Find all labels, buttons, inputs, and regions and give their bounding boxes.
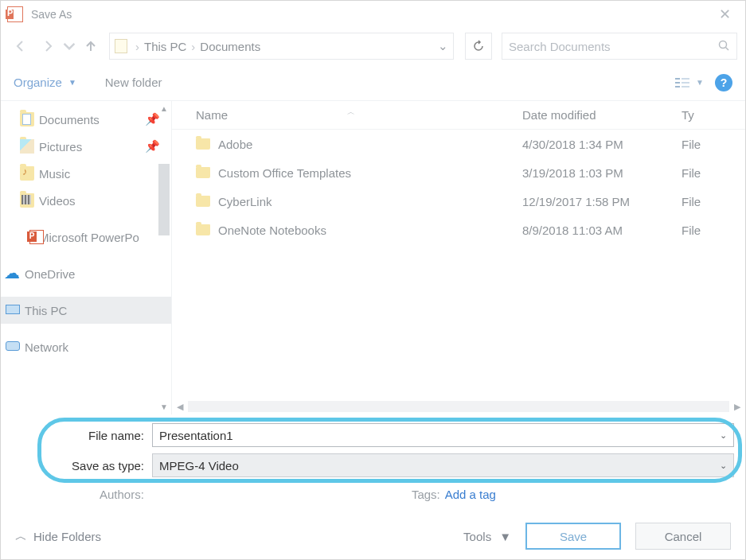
- back-button[interactable]: [9, 34, 33, 58]
- powerpoint-icon: [29, 230, 44, 244]
- file-row[interactable]: OneNote Notebooks 8/9/2018 11:03 AM File: [172, 216, 745, 244]
- save-as-dialog: Save As ✕ › This PC › Documents ⌄ Search…: [0, 0, 746, 560]
- column-header-date[interactable]: Date modified: [522, 108, 682, 122]
- filename-input[interactable]: Presentation1 ⌄: [152, 423, 734, 447]
- documents-folder-icon: [20, 112, 34, 126]
- sidebar-item-thispc[interactable]: This PC: [1, 297, 171, 324]
- close-icon[interactable]: ✕: [711, 2, 739, 26]
- tools-dropdown[interactable]: Tools ▼: [463, 530, 511, 543]
- sidebar: Documents 📌 Pictures 📌 Music Videos Micr…: [1, 101, 171, 414]
- breadcrumb-root[interactable]: This PC: [141, 40, 189, 53]
- sidebar-item-label: OneDrive: [25, 267, 75, 281]
- file-row[interactable]: Custom Office Templates 3/19/2018 1:03 P…: [172, 158, 745, 187]
- this-pc-icon: [6, 303, 20, 317]
- scroll-down-icon[interactable]: ▼: [160, 399, 168, 414]
- recent-dropdown-icon[interactable]: [63, 34, 76, 58]
- refresh-button[interactable]: [465, 33, 492, 60]
- svg-rect-7: [682, 86, 689, 88]
- folder-icon: [196, 167, 210, 178]
- chevron-right-icon: ›: [189, 40, 197, 53]
- videos-folder-icon: [20, 193, 34, 208]
- sidebar-item-label: Videos: [39, 194, 76, 208]
- save-as-type-label: Save as type:: [12, 459, 152, 472]
- music-folder-icon: [20, 166, 34, 181]
- forward-button[interactable]: [36, 34, 60, 58]
- scroll-left-icon[interactable]: ◀: [177, 402, 183, 412]
- chevron-down-icon[interactable]: ⌄: [720, 461, 727, 471]
- sidebar-scrollbar[interactable]: ▲ ▼: [157, 101, 171, 414]
- sidebar-item-documents[interactable]: Documents 📌: [1, 106, 171, 133]
- save-button[interactable]: Save: [525, 523, 621, 550]
- column-header-name[interactable]: Name ︿: [172, 108, 522, 122]
- search-icon: [717, 39, 730, 54]
- sort-asc-icon: ︿: [347, 107, 355, 118]
- toolbar: Organize ▼ New folder ▼ ?: [1, 64, 745, 101]
- window-title: Save As: [31, 8, 72, 21]
- help-icon[interactable]: ?: [715, 74, 732, 91]
- svg-rect-4: [675, 86, 680, 88]
- pictures-folder-icon: [20, 139, 34, 154]
- svg-rect-2: [675, 78, 680, 80]
- breadcrumb-current[interactable]: Documents: [197, 40, 264, 53]
- titlebar: Save As ✕: [1, 1, 745, 28]
- save-as-type-dropdown[interactable]: MPEG-4 Video ⌄: [152, 453, 734, 477]
- organize-button[interactable]: Organize: [14, 76, 62, 89]
- new-folder-button[interactable]: New folder: [105, 76, 162, 89]
- folder-icon: [196, 138, 210, 150]
- sidebar-item-pictures[interactable]: Pictures 📌: [1, 133, 171, 160]
- sidebar-item-music[interactable]: Music: [1, 160, 171, 187]
- folder-icon: [196, 196, 210, 207]
- chevron-down-icon[interactable]: ⌄: [720, 430, 727, 441]
- address-bar[interactable]: › This PC › Documents ⌄: [109, 33, 454, 60]
- hide-folders-button[interactable]: ︿ Hide Folders: [15, 529, 101, 544]
- authors-label: Authors:: [100, 488, 144, 501]
- svg-point-0: [720, 41, 727, 48]
- file-list-header: Name ︿ Date modified Ty: [172, 101, 745, 130]
- scrollbar-thumb[interactable]: [158, 164, 170, 235]
- svg-rect-6: [682, 82, 689, 84]
- file-row[interactable]: Adobe 4/30/2018 1:34 PM File: [172, 130, 745, 158]
- sidebar-item-label: Music: [39, 167, 70, 181]
- svg-rect-5: [682, 78, 689, 80]
- chevron-down-icon: ▼: [499, 530, 511, 543]
- column-header-type[interactable]: Ty: [682, 108, 745, 122]
- add-tag-link[interactable]: Add a tag: [445, 488, 496, 501]
- search-placeholder: Search Documents: [509, 40, 717, 53]
- folder-icon: [196, 224, 210, 235]
- chevron-up-icon: ︿: [15, 529, 27, 544]
- powerpoint-app-icon: [7, 6, 23, 22]
- address-dropdown-icon[interactable]: ⌄: [438, 39, 448, 53]
- organize-dropdown-icon[interactable]: ▼: [68, 78, 76, 87]
- svg-line-1: [726, 47, 729, 50]
- scroll-right-icon[interactable]: ▶: [734, 402, 740, 412]
- sidebar-item-powerpoint[interactable]: Microsoft PowerPo: [1, 224, 171, 251]
- file-pane: Name ︿ Date modified Ty Adobe 4/30/2018 …: [171, 101, 745, 414]
- sidebar-item-label: Pictures: [39, 140, 82, 154]
- view-options-button[interactable]: ▼: [675, 76, 704, 89]
- horizontal-scrollbar[interactable]: ◀ ▶: [172, 399, 745, 414]
- cancel-button[interactable]: Cancel: [635, 523, 731, 550]
- file-list: Adobe 4/30/2018 1:34 PM File Custom Offi…: [172, 130, 745, 399]
- sidebar-item-label: Documents: [39, 113, 100, 126]
- sidebar-item-label: Network: [25, 340, 68, 354]
- search-box[interactable]: Search Documents: [502, 33, 737, 60]
- onedrive-icon: [6, 266, 20, 281]
- navbar: › This PC › Documents ⌄ Search Documents: [1, 28, 745, 64]
- svg-rect-3: [675, 82, 680, 84]
- sidebar-item-network[interactable]: Network: [1, 333, 171, 360]
- up-button[interactable]: [79, 34, 103, 58]
- sidebar-item-label: This PC: [25, 304, 67, 317]
- tags-label: Tags:: [412, 488, 440, 501]
- chevron-right-icon: ›: [134, 40, 141, 53]
- sidebar-item-videos[interactable]: Videos: [1, 187, 171, 214]
- scroll-up-icon[interactable]: ▲: [160, 101, 168, 116]
- bottom-panel: File name: Presentation1 ⌄ Save as type:…: [1, 414, 745, 513]
- sidebar-item-onedrive[interactable]: OneDrive: [1, 260, 171, 287]
- file-row[interactable]: CyberLink 12/19/2017 1:58 PM File: [172, 187, 745, 216]
- sidebar-item-label: Microsoft PowerPo: [39, 231, 139, 244]
- network-icon: [6, 340, 20, 354]
- footer: ︿ Hide Folders Tools ▼ Save Cancel: [1, 513, 745, 559]
- location-icon: [115, 39, 127, 53]
- scrollbar-track[interactable]: [188, 401, 729, 412]
- filename-label: File name:: [12, 429, 152, 442]
